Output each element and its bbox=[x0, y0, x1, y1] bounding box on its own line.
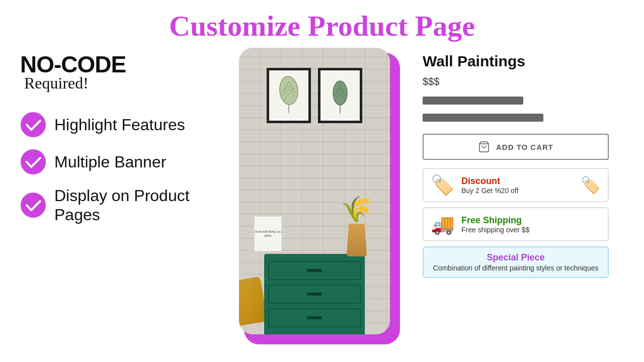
drawer-handle-3 bbox=[307, 316, 322, 319]
checkmark-icon-1 bbox=[20, 112, 46, 138]
shipping-desc: Free shipping over $$ bbox=[461, 226, 601, 234]
add-to-cart-button[interactable]: ADD TO CART bbox=[423, 134, 609, 160]
product-image-box: 🌾 love will keep us alive bbox=[239, 48, 390, 334]
promo-discount-content: Discount Buy 2 Get %20 off bbox=[461, 176, 574, 195]
right-section: Wall Paintings $$$ ADD TO CART 🏷️ Discou… bbox=[408, 48, 629, 278]
feature-item-2: Multiple Banner bbox=[20, 149, 226, 175]
vase bbox=[346, 224, 368, 256]
vase-area: 🌾 bbox=[341, 195, 372, 256]
painting-scene: 🌾 love will keep us alive bbox=[239, 48, 390, 334]
drawer-handle-2 bbox=[307, 293, 322, 296]
cart-icon bbox=[478, 141, 490, 153]
no-code-title: NO-CODE bbox=[20, 53, 226, 76]
promo-card-shipping: 🚚 Free Shipping Free shipping over $$ bbox=[423, 207, 609, 241]
left-section: NO-CODE Required! Highlight Features Mul… bbox=[15, 48, 226, 225]
feature-label-3: Display on Product Pages bbox=[54, 186, 226, 225]
price-bar-2 bbox=[423, 114, 543, 122]
wheat-icon: 🌾 bbox=[340, 193, 374, 225]
checkmark-icon-3 bbox=[20, 192, 46, 218]
special-title: Special Piece bbox=[431, 252, 601, 263]
no-code-block: NO-CODE Required! bbox=[20, 53, 226, 93]
dresser-drawer-3 bbox=[268, 308, 361, 327]
discount-icon-right: 🏷️ bbox=[581, 175, 601, 195]
product-price: $$$ bbox=[423, 76, 629, 87]
painting-frame-1 bbox=[267, 68, 311, 123]
dresser-drawer-2 bbox=[268, 285, 361, 304]
svg-point-0 bbox=[21, 113, 45, 137]
product-name: Wall Paintings bbox=[423, 53, 629, 70]
feature-label-2: Multiple Banner bbox=[54, 152, 166, 171]
page-title: Customize Product Page bbox=[0, 0, 644, 48]
small-card-text: love will keep us alive bbox=[255, 230, 281, 238]
feature-item-1: Highlight Features bbox=[20, 112, 226, 138]
leaf-svg-1 bbox=[274, 75, 304, 116]
add-to-cart-label: ADD TO CART bbox=[496, 143, 553, 151]
dresser bbox=[264, 254, 365, 334]
price-bar-1 bbox=[423, 97, 523, 105]
promo-shipping-content: Free Shipping Free shipping over $$ bbox=[461, 215, 601, 234]
cushion bbox=[239, 277, 268, 327]
checkmark-icon-2 bbox=[20, 149, 46, 175]
dresser-area bbox=[239, 254, 390, 334]
leaf-svg-2 bbox=[325, 75, 355, 116]
main-content: NO-CODE Required! Highlight Features Mul… bbox=[0, 48, 644, 362]
feature-label-1: Highlight Features bbox=[54, 115, 185, 134]
feature-list: Highlight Features Multiple Banner Displ… bbox=[20, 112, 226, 225]
svg-point-2 bbox=[21, 193, 45, 217]
discount-title: Discount bbox=[461, 176, 574, 187]
special-desc: Combination of different painting styles… bbox=[431, 264, 601, 272]
drawer-handle-1 bbox=[307, 269, 322, 272]
shipping-icon: 🚚 bbox=[431, 213, 454, 235]
discount-icon-left: 🏷️ bbox=[431, 174, 454, 196]
center-section: 🌾 love will keep us alive bbox=[226, 48, 408, 339]
feature-item-3: Display on Product Pages bbox=[20, 186, 226, 225]
promo-card-discount: 🏷️ Discount Buy 2 Get %20 off 🏷️ bbox=[423, 168, 609, 202]
svg-point-4 bbox=[279, 76, 299, 106]
dresser-drawer-1 bbox=[268, 261, 361, 280]
painting-frame-2 bbox=[318, 68, 362, 123]
small-card: love will keep us alive bbox=[254, 216, 282, 251]
shipping-title: Free Shipping bbox=[461, 215, 601, 226]
discount-desc: Buy 2 Get %20 off bbox=[461, 187, 574, 195]
frames-row bbox=[267, 68, 362, 123]
special-card: Special Piece Combination of different p… bbox=[423, 246, 609, 278]
product-image-wrapper: 🌾 love will keep us alive bbox=[239, 48, 395, 339]
svg-point-1 bbox=[21, 150, 45, 174]
